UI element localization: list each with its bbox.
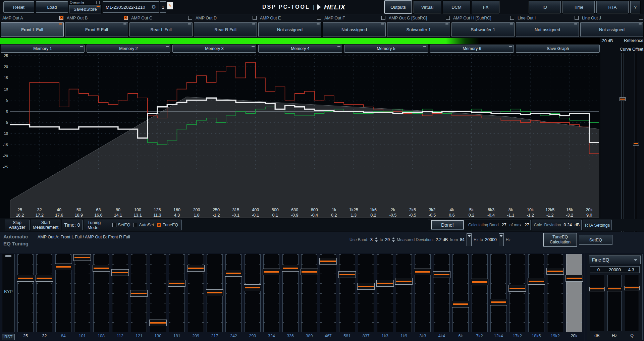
- eq-band-slider-4k4[interactable]: [434, 254, 450, 332]
- to-freq-dropdown[interactable]: [499, 233, 504, 246]
- nav-tab-time[interactable]: Time: [562, 1, 595, 13]
- eq-band-slider-3k3[interactable]: [415, 254, 431, 332]
- channel-link-checkbox[interactable]: [510, 16, 514, 20]
- eq-band-handle-1k3[interactable]: [376, 280, 394, 287]
- channel-link-checkbox[interactable]: [381, 16, 385, 20]
- channel-assignment-button[interactable]: Not assigned: [580, 22, 643, 37]
- memory-button[interactable]: Memory 3: [172, 45, 256, 53]
- eq-band-slider-181[interactable]: [169, 254, 185, 332]
- stop-analyzer-button[interactable]: Stop Analyzer: [5, 220, 30, 230]
- eq-band-slider-581[interactable]: [339, 254, 355, 332]
- eq-band-handle-32[interactable]: [36, 275, 53, 282]
- channel-link-checkbox[interactable]: [317, 16, 321, 20]
- preset-number-field[interactable]: 1: [160, 1, 166, 13]
- eq-band-handle-242[interactable]: [225, 270, 242, 277]
- channel-link-checkbox[interactable]: [253, 16, 257, 20]
- fine-eq-handle-q[interactable]: [624, 286, 640, 290]
- channel-assignment-button[interactable]: Rear R Full: [194, 22, 257, 37]
- memory-button[interactable]: Memory 5: [344, 45, 428, 53]
- eq-band-handle-19k2[interactable]: [546, 268, 564, 275]
- save-graph-button[interactable]: Save Graph: [516, 45, 600, 53]
- eq-band-slider-7k2[interactable]: [472, 254, 488, 332]
- eq-band-handle-84[interactable]: [55, 264, 72, 270]
- tuning-mode-tuneeq[interactable]: TuneEQ: [157, 223, 178, 227]
- tuning-mode-autoset[interactable]: AutoSet: [133, 223, 154, 227]
- fine-eq-handle-db[interactable]: [589, 287, 605, 291]
- edit-preset-icon[interactable]: ✎: [167, 2, 173, 9]
- nav-tab-outputs[interactable]: Outputs: [384, 1, 412, 13]
- measurement-curve-offset-handle[interactable]: [633, 142, 639, 146]
- seteq-checkbox[interactable]: [112, 223, 116, 227]
- tuning-mode-seteq[interactable]: SetEQ: [112, 223, 130, 227]
- channel-assignment-button[interactable]: Not assigned: [258, 22, 321, 37]
- eq-band-handle-25[interactable]: [17, 275, 34, 282]
- eq-band-slider-19k2[interactable]: [547, 254, 563, 332]
- band-to-spinner[interactable]: [392, 237, 395, 242]
- eq-band-slider-130[interactable]: [150, 254, 166, 332]
- eq-band-handle-108[interactable]: [93, 265, 110, 272]
- eq-band-slider-20k[interactable]: [566, 254, 582, 332]
- eq-band-handle-217[interactable]: [206, 289, 223, 296]
- eq-band-handle-20k[interactable]: [566, 275, 583, 282]
- eq-band-handle-112[interactable]: [111, 269, 129, 276]
- eq-band-slider-1k9[interactable]: [396, 254, 412, 332]
- eq-band-slider-209[interactable]: [188, 254, 204, 332]
- eq-band-slider-121[interactable]: [131, 254, 147, 332]
- autoset-checkbox[interactable]: [133, 223, 137, 227]
- load-button[interactable]: Load: [36, 1, 68, 13]
- reference-curve-offset-handle[interactable]: [620, 97, 626, 101]
- set-eq-button[interactable]: SetEQ: [579, 235, 612, 245]
- bypass-slider[interactable]: BYP: [2, 254, 15, 332]
- memory-button[interactable]: Memory 1: [1, 45, 85, 53]
- eq-band-handle-181[interactable]: [168, 280, 185, 287]
- eq-band-handle-467[interactable]: [319, 258, 337, 265]
- save-store-button[interactable]: Save&Store: [69, 5, 101, 13]
- channel-assignment-button[interactable]: Front R Full: [65, 22, 128, 37]
- preset-name-field[interactable]: M1-23052022-1210 ⚙: [103, 1, 159, 13]
- nav-tab-rta[interactable]: RTA: [596, 1, 629, 13]
- channel-assignment-button[interactable]: Rear L Full: [129, 22, 193, 37]
- eq-band-handle-837[interactable]: [357, 283, 375, 290]
- eq-band-slider-6k[interactable]: [452, 254, 469, 332]
- eq-band-slider-217[interactable]: [207, 254, 223, 332]
- start-measurement-button[interactable]: Start Measurement: [31, 220, 60, 230]
- eq-band-handle-6k[interactable]: [452, 301, 469, 307]
- eq-band-slider-101[interactable]: [74, 254, 90, 332]
- channel-link-checkbox[interactable]: [446, 16, 450, 20]
- eq-band-handle-4k4[interactable]: [433, 271, 450, 278]
- eq-band-handle-389[interactable]: [301, 269, 318, 275]
- eq-band-slider-837[interactable]: [358, 254, 374, 332]
- eq-band-handle-101[interactable]: [73, 254, 91, 261]
- eq-band-handle-12k4[interactable]: [490, 299, 507, 305]
- eq-band-slider-112[interactable]: [112, 254, 128, 332]
- eq-band-slider-25[interactable]: [17, 254, 34, 332]
- measurement-curve-offset-slider[interactable]: [635, 53, 637, 239]
- bypass-slider-handle[interactable]: [5, 255, 11, 257]
- fine-eq-slider-db[interactable]: [590, 275, 604, 331]
- eq-band-handle-290[interactable]: [244, 284, 261, 291]
- fine-eq-handle-hz[interactable]: [607, 287, 622, 291]
- eq-band-slider-32[interactable]: [36, 254, 52, 332]
- reset-button[interactable]: Reset: [3, 1, 34, 13]
- eq-band-slider-17k2[interactable]: [509, 254, 525, 332]
- done-button[interactable]: Done!: [431, 220, 464, 229]
- memory-button[interactable]: Memory 2: [87, 45, 170, 53]
- overwrite-checkbox[interactable]: [96, 1, 100, 4]
- channel-link-checkbox[interactable]: [59, 16, 63, 20]
- memory-button[interactable]: Memory 6: [430, 45, 514, 53]
- channel-link-checkbox[interactable]: [575, 16, 579, 20]
- eq-band-slider-12k4[interactable]: [490, 254, 506, 332]
- eq-band-slider-108[interactable]: [93, 254, 109, 332]
- nav-tab-help[interactable]: ?: [630, 1, 640, 13]
- eq-band-slider-84[interactable]: [55, 254, 71, 332]
- fine-eq-slider-q[interactable]: [625, 275, 639, 331]
- eq-band-handle-336[interactable]: [282, 265, 299, 272]
- eq-band-handle-324[interactable]: [263, 269, 280, 275]
- band-from-spinner[interactable]: [375, 237, 378, 242]
- channel-assignment-button[interactable]: Not assigned: [516, 22, 579, 37]
- nav-tab-virtual[interactable]: Virtual: [414, 1, 441, 13]
- eq-band-handle-17k2[interactable]: [508, 285, 526, 292]
- channel-assignment-button[interactable]: Subwoofer 1: [451, 22, 515, 37]
- channel-assignment-button[interactable]: Front L Full: [1, 22, 64, 37]
- eq-band-slider-324[interactable]: [263, 254, 279, 332]
